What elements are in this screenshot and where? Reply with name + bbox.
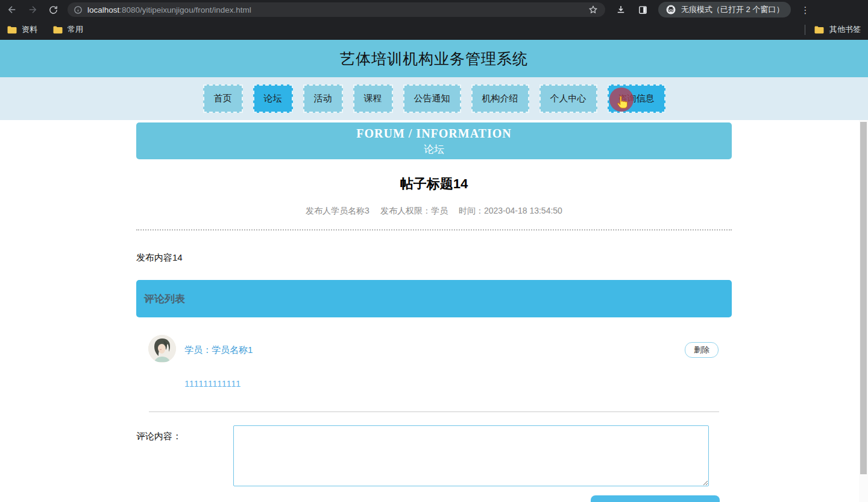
submit-row: 添加评论 (136, 495, 732, 502)
comment-content: 111111111111 (184, 378, 732, 389)
content-area: FORUM / INFORMATION 论坛 帖子标题14 发布人学员名称3发布… (136, 122, 732, 502)
post-permission: 发布人权限：学员 (380, 206, 448, 215)
nav-tab-personal[interactable]: 个人中心 (539, 84, 597, 113)
post-meta: 发布人学员名称3发布人权限：学员时间：2023-04-18 13:54:50 (136, 206, 732, 217)
nav-tab-consult-label: 咨询信息 (618, 93, 655, 103)
toolbar-right: 无痕模式（已打开 2 个窗口） ⋮ (615, 2, 809, 17)
download-icon[interactable] (615, 4, 627, 16)
incognito-badge: 无痕模式（已打开 2 个窗口） (658, 2, 791, 17)
banner-title-en: FORUM / INFORMATION (136, 127, 732, 141)
nav-tab-forum[interactable]: 论坛 (253, 84, 293, 113)
post-title: 帖子标题14 (136, 175, 732, 193)
bookmark-label: 常用 (68, 24, 83, 35)
nav-tab-about[interactable]: 机构介绍 (471, 84, 529, 113)
nav-tab-activity[interactable]: 活动 (303, 84, 343, 113)
incognito-label: 无痕模式（已打开 2 个窗口） (681, 4, 784, 15)
comment-input[interactable] (233, 425, 709, 486)
bookmark-item[interactable]: 常用 (53, 24, 83, 35)
page-scrollbar (859, 120, 868, 502)
main-nav: 首页 论坛 活动 课程 公告通知 机构介绍 个人中心 咨询信息 (0, 77, 868, 120)
other-bookmarks[interactable]: 其他书签 (805, 24, 861, 35)
dotted-divider (136, 229, 732, 230)
avatar (148, 335, 176, 363)
folder-icon (53, 26, 63, 34)
comment-form: 评论内容： (136, 425, 732, 486)
comment-user: 学员：学员名称1 (184, 335, 732, 356)
back-icon[interactable] (6, 4, 18, 16)
nav-tab-notice[interactable]: 公告通知 (403, 84, 461, 113)
post-time: 时间：2023-04-18 13:54:50 (459, 206, 562, 215)
site-header: 艺体培训机构业务管理系统 (0, 40, 868, 77)
nav-tab-home[interactable]: 首页 (203, 84, 243, 113)
folder-icon (7, 26, 17, 34)
comment-item: 学员：学员名称1 删除 111111111111 (136, 335, 732, 389)
other-bookmarks-label: 其他书签 (829, 24, 861, 35)
address-bar[interactable]: localhost:8080/yitipeixunjigou/front/ind… (68, 2, 605, 17)
url-host: localhost (87, 5, 119, 14)
comments-divider (149, 411, 719, 412)
bookmark-label: 资料 (22, 24, 37, 35)
scrollbar-thumb[interactable] (860, 122, 867, 474)
banner-title-zh: 论坛 (136, 142, 732, 156)
bookmark-item[interactable]: 资料 (7, 24, 37, 35)
bookmark-star-icon[interactable] (587, 4, 599, 16)
nav-tab-course[interactable]: 课程 (353, 84, 393, 113)
delete-comment-button[interactable]: 删除 (685, 342, 719, 358)
site-info-icon[interactable] (74, 5, 83, 14)
incognito-icon (665, 4, 676, 15)
site-title: 艺体培训机构业务管理系统 (340, 49, 528, 69)
nav-tab-consult[interactable]: 咨询信息 (608, 84, 665, 113)
browser-menu-icon[interactable]: ⋮ (800, 8, 809, 11)
comments-header: 评论列表 (136, 280, 732, 317)
folder-icon (814, 26, 824, 34)
url-path: :8080/yitipeixunjigou/front/index.html (119, 5, 251, 14)
post-publisher: 发布人学员名称3 (306, 206, 370, 215)
browser-nav-buttons (6, 4, 59, 16)
post-content: 发布内容14 (136, 252, 732, 264)
side-panel-icon[interactable] (637, 4, 649, 16)
forum-banner: FORUM / INFORMATION 论坛 (136, 122, 732, 159)
bookmarks-separator (805, 25, 805, 35)
comment-input-label: 评论内容： (136, 431, 181, 442)
forward-icon[interactable] (27, 4, 39, 16)
add-comment-button[interactable]: 添加评论 (591, 495, 720, 502)
browser-toolbar: localhost:8080/yitipeixunjigou/front/ind… (0, 0, 868, 19)
bookmarks-bar: 资料 常用 其他书签 (0, 19, 868, 40)
reload-icon[interactable] (47, 4, 59, 16)
url-text: localhost:8080/yitipeixunjigou/front/ind… (87, 5, 251, 14)
